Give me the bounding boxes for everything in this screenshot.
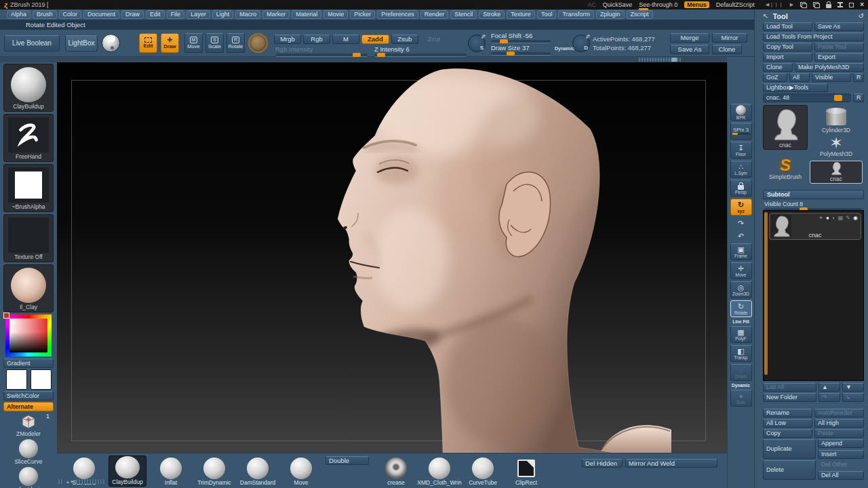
see-through-handle[interactable]	[639, 8, 648, 10]
menu-item-macro[interactable]: Macro	[235, 10, 260, 19]
m-button[interactable]: M	[332, 35, 359, 44]
z-intensity-slider[interactable]: Z Intensity 6	[374, 46, 467, 57]
restore-window-icon[interactable]	[849, 3, 854, 7]
main-color-swatch[interactable]	[6, 369, 27, 390]
move-button[interactable]: ✛Move	[730, 262, 752, 279]
brush-slot-damstandard[interactable]: DamStandard	[239, 455, 277, 487]
cylinder3d-thumb[interactable]: Cylinder3D	[810, 105, 863, 135]
import-button[interactable]: Import	[763, 53, 812, 62]
xyz-button[interactable]: ↻xyz	[730, 199, 752, 216]
live-boolean-button[interactable]: Live Boolean	[4, 35, 60, 52]
menu-item-brush[interactable]: Brush	[33, 10, 57, 19]
menus-toggle-button[interactable]: Menus	[684, 1, 709, 8]
menu-item-stencil[interactable]: Stencil	[450, 10, 477, 19]
menu-item-transform[interactable]: Transform	[558, 10, 594, 19]
zcut-button[interactable]: Zcut	[420, 35, 448, 44]
del-other-button[interactable]: Del Other	[818, 460, 864, 469]
l-sym-button[interactable]: ∴L.Sym	[730, 161, 752, 178]
color-picker[interactable]	[4, 314, 53, 357]
tray-item-texture-off[interactable]: Texture Off	[3, 214, 54, 262]
brush-slot-trimdynamic[interactable]: TrimDynamic	[195, 455, 233, 487]
polyf-button[interactable]: ▦PolyF	[730, 326, 752, 343]
menu-item-color[interactable]: Color	[59, 10, 82, 19]
panel-grab-icon[interactable]: ↖	[763, 12, 768, 20]
list-all-button[interactable]: List All	[763, 383, 816, 392]
brush-slot-move[interactable]: Move	[282, 455, 320, 487]
tray-collapse-right-icon[interactable]: ▶	[790, 2, 794, 7]
texture-icon[interactable]: ▦	[838, 215, 844, 221]
visible-count-slider[interactable]: Visible Count 8	[763, 201, 864, 209]
color-picker-gradient[interactable]	[5, 314, 52, 357]
stroke-icon[interactable]: ✎S	[468, 35, 486, 52]
rgb-button[interactable]: Rgb	[303, 35, 330, 44]
paste-tool-button[interactable]: Paste Tool	[814, 43, 864, 52]
quicksave-button[interactable]: QuickSave	[603, 1, 633, 8]
bpr-button[interactable]: BPR	[730, 104, 752, 121]
menu-item-file[interactable]: File	[167, 10, 185, 19]
brush-slot-claybuildup[interactable]: ClayBuildup	[108, 455, 146, 487]
document-scroll-controls[interactable]: ▲▼	[58, 479, 106, 484]
current-tool-thumb[interactable]: cnac	[763, 105, 808, 150]
persp-button[interactable]: Persp	[730, 180, 752, 197]
cascade-windows-next-icon[interactable]	[813, 2, 820, 8]
all-high-button[interactable]: All High	[814, 419, 864, 428]
transp-button[interactable]: ◧Transp	[730, 345, 752, 362]
gradient-button[interactable]: Gradient	[3, 359, 54, 368]
spix-3-button[interactable]: SPix 3	[730, 123, 752, 140]
menu-item-document[interactable]: Document	[83, 10, 119, 19]
menu-item-draw[interactable]: Draw	[121, 10, 144, 19]
menu-item-render[interactable]: Render	[420, 10, 449, 19]
rename-button[interactable]: Rename	[763, 409, 812, 418]
new-folder-button[interactable]: New Folder	[763, 393, 816, 402]
make-polymesh3d-button[interactable]: Make PolyMesh3D	[795, 63, 864, 72]
projection-master-icon[interactable]	[102, 34, 120, 52]
shelf-save-as-button[interactable]: Save As	[670, 45, 709, 54]
tray-item-claybuildup[interactable]: ClayBuildup	[3, 64, 54, 112]
cascade-windows-icon[interactable]	[800, 2, 807, 8]
lightbox-tools-button[interactable]: Lightbox▶Tools	[763, 83, 828, 92]
uv-map-icon[interactable]: ◐	[832, 215, 835, 221]
menu-item-alpha[interactable]: Alpha	[7, 10, 31, 19]
panel-refresh-icon[interactable]: ↺	[859, 12, 864, 20]
load-tools-from-project-button[interactable]: Load Tools From Project	[763, 33, 864, 41]
minimize-icon[interactable]	[837, 2, 843, 7]
secondary-color-swatch[interactable]	[31, 369, 52, 390]
goz-visible-button[interactable]: Visible	[812, 73, 851, 82]
clone-button[interactable]: Clone	[712, 45, 742, 54]
tool-item-slider[interactable]: cnac. 48	[763, 94, 851, 102]
rgb-intensity-slider[interactable]: Rgb Intensity	[275, 46, 368, 57]
tray-collapse-left-icon[interactable]: ◀❘❘❘	[766, 2, 784, 7]
sculpt-icon[interactable]: ✦	[818, 215, 823, 221]
tool-save-as-button[interactable]: Save As	[814, 22, 864, 31]
clone-tool-button[interactable]: Clone	[763, 63, 793, 72]
switchcolor-button[interactable]: SwitchColor	[3, 391, 54, 401]
tray-item-il-clay[interactable]: Il_Clay	[3, 264, 54, 312]
visibility-eye-icon[interactable]: ◉	[853, 215, 858, 221]
simplebrush-thumb[interactable]: S SimpleBrush	[763, 152, 808, 182]
lightbox-button[interactable]: LightBox	[65, 35, 98, 52]
tray-item-slicecurve[interactable]: SliceCurve	[3, 438, 54, 465]
sculpt-viewport[interactable]	[57, 62, 727, 453]
mrgb-button[interactable]: Mrgb	[274, 35, 301, 44]
subtool-header[interactable]: Subtool	[763, 190, 864, 199]
zadd-button[interactable]: Zadd	[361, 35, 389, 44]
load-tool-button[interactable]: Load Tool	[763, 22, 812, 31]
menu-item-marker[interactable]: Marker	[262, 10, 290, 19]
goz-button[interactable]: GoZ	[763, 73, 787, 82]
rotate-mode-button[interactable]: R Rotate	[226, 33, 245, 53]
del-all-button[interactable]: Del All	[818, 471, 864, 480]
menu-item-light[interactable]: Light	[212, 10, 234, 19]
density-icon[interactable]: ✎D	[572, 35, 590, 52]
move-mode-button[interactable]: M Move	[184, 33, 203, 53]
subtool-down-button[interactable]: ▼	[842, 383, 864, 392]
rotate-button[interactable]: ↻Rotate	[730, 300, 752, 317]
polymesh3d-thumb[interactable]: ✶ PolyMesh3D	[810, 137, 863, 159]
ghost-button[interactable]: ◌Ghost	[730, 364, 752, 381]
lock-icon[interactable]	[826, 4, 831, 8]
tray-item-freehand[interactable]: FreeHand	[3, 114, 54, 162]
delete-button[interactable]: Delete	[763, 460, 816, 480]
close-window-icon[interactable]: ×	[860, 2, 864, 7]
mirror-and-weld-button[interactable]: Mirror And Weld	[625, 459, 717, 468]
all-low-button[interactable]: All Low	[763, 419, 812, 428]
menu-item-movie[interactable]: Movie	[323, 10, 348, 19]
